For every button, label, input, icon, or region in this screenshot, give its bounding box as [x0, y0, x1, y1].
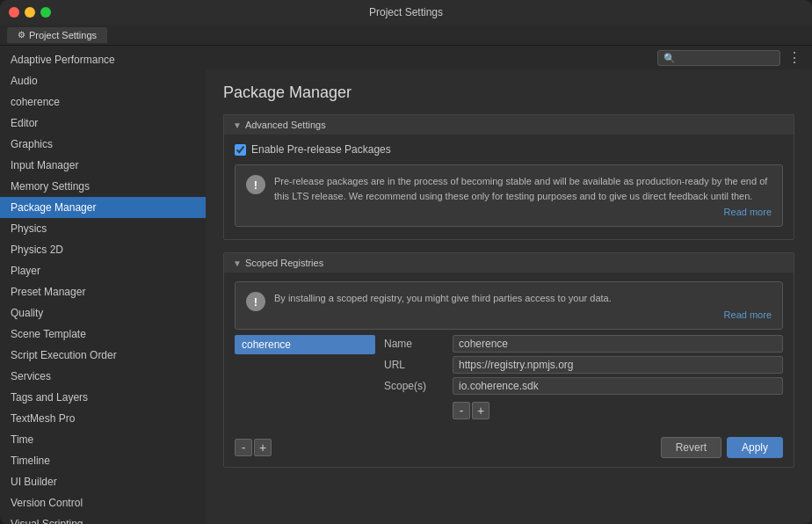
window-controls: [9, 7, 51, 18]
enable-prerelease-label: Enable Pre-release Packages: [251, 143, 391, 156]
scoped-registries-label: Scoped Registries: [245, 258, 323, 268]
warning-icon-2: !: [246, 292, 265, 311]
scopes-label: Scope(s): [384, 377, 446, 395]
scoped-registries-body: ! By installing a scoped registry, you m…: [224, 273, 794, 467]
arrow-icon-2: ▼: [233, 258, 242, 268]
sidebar-item-timeline[interactable]: Timeline: [0, 450, 206, 471]
sidebar-item-adaptive-performance[interactable]: Adaptive Performance: [0, 49, 206, 70]
enable-prerelease-checkbox[interactable]: [235, 144, 246, 156]
advanced-settings-label: Advanced Settings: [245, 120, 326, 130]
scope-pm-buttons: - +: [453, 402, 783, 419]
scoped-warning-text: By installing a scoped registry, you mig…: [274, 293, 612, 303]
sidebar-item-memory-settings[interactable]: Memory Settings: [0, 176, 206, 197]
scoped-warning-box: ! By installing a scoped registry, you m…: [235, 281, 783, 330]
close-button[interactable]: [9, 7, 19, 18]
maximize-button[interactable]: [40, 7, 51, 18]
sidebar-item-time[interactable]: Time: [0, 429, 206, 450]
advanced-settings-header[interactable]: ▼ Advanced Settings: [224, 115, 794, 135]
tab-label: Project Settings: [29, 30, 97, 40]
registry-add-button[interactable]: +: [254, 439, 272, 456]
sidebar-item-textmesh-pro[interactable]: TextMesh Pro: [0, 408, 206, 429]
sidebar-item-preset-manager[interactable]: Preset Manager: [0, 281, 206, 302]
registry-pm-buttons: - +: [235, 439, 272, 456]
sidebar-item-ui-builder[interactable]: UI Builder: [0, 471, 206, 492]
action-buttons: Revert Apply: [661, 437, 783, 458]
scoped-registries-header[interactable]: ▼ Scoped Registries: [224, 253, 794, 273]
registry-remove-button[interactable]: -: [235, 439, 252, 456]
content-area: ⋮ Package Manager ▼ Advanced Settings En…: [206, 46, 812, 524]
url-value: https://registry.npmjs.org: [453, 356, 783, 374]
window-title: Project Settings: [369, 6, 443, 18]
enable-prerelease-row: Enable Pre-release Packages: [235, 143, 783, 156]
bottom-bar: - + Revert Apply: [235, 430, 783, 458]
registry-list: coherence: [235, 335, 375, 419]
sidebar-item-scene-template[interactable]: Scene Template: [0, 324, 206, 345]
more-options-button[interactable]: ⋮: [784, 49, 805, 66]
scoped-read-more[interactable]: Read more: [274, 309, 772, 320]
sidebar-item-graphics[interactable]: Graphics: [0, 134, 206, 155]
sidebar-item-package-manager[interactable]: Package Manager: [0, 197, 206, 218]
sidebar-item-input-manager[interactable]: Input Manager: [0, 155, 206, 176]
advanced-settings-body: Enable Pre-release Packages ! Pre-releas…: [224, 135, 794, 239]
sidebar-item-visual-scripting[interactable]: Visual Scripting: [0, 513, 206, 524]
sidebar-item-tags-and-layers[interactable]: Tags and Layers: [0, 387, 206, 408]
warning-icon: !: [246, 175, 265, 194]
sidebar-item-player[interactable]: Player: [0, 260, 206, 281]
sidebar-item-version-control[interactable]: Version Control: [0, 492, 206, 513]
advanced-warning-box: ! Pre-release packages are in the proces…: [235, 164, 783, 227]
advanced-read-more[interactable]: Read more: [274, 207, 772, 217]
scoped-registries-section: ▼ Scoped Registries ! By installing a sc…: [223, 252, 794, 468]
search-input[interactable]: [657, 50, 780, 66]
sidebar-item-physics-2d[interactable]: Physics 2D: [0, 239, 206, 260]
registry-list-item[interactable]: coherence: [235, 335, 375, 354]
name-value: coherence: [453, 335, 783, 353]
url-label: URL: [384, 356, 446, 374]
sidebar-item-quality[interactable]: Quality: [0, 302, 206, 324]
name-label: Name: [384, 335, 446, 353]
advanced-settings-section: ▼ Advanced Settings Enable Pre-release P…: [223, 114, 794, 240]
page-title: Package Manager: [223, 84, 794, 102]
sidebar-item-editor[interactable]: Editor: [0, 113, 206, 134]
titlebar: Project Settings: [0, 0, 812, 25]
sidebar-item-coherence[interactable]: coherence: [0, 91, 206, 113]
search-bar-container: ⋮: [206, 46, 812, 69]
gear-icon: ⚙: [18, 30, 25, 40]
minimize-button[interactable]: [25, 7, 35, 18]
content-inner: Package Manager ▼ Advanced Settings Enab…: [206, 69, 812, 494]
scope-add-button[interactable]: +: [472, 402, 489, 419]
registry-container: coherence Name coherence URL https://reg…: [235, 335, 783, 419]
sidebar-item-physics[interactable]: Physics: [0, 218, 206, 239]
revert-button[interactable]: Revert: [661, 437, 721, 458]
advanced-warning-text: Pre-release packages are in the process …: [274, 176, 767, 201]
arrow-icon: ▼: [233, 120, 242, 130]
main-layout: Adaptive PerformanceAudiocoherenceEditor…: [0, 46, 812, 524]
scopes-value: io.coherence.sdk: [453, 377, 783, 395]
registry-details: Name coherence URL https://registry.npmj…: [384, 335, 783, 419]
sidebar: Adaptive PerformanceAudiocoherenceEditor…: [0, 46, 206, 524]
sidebar-item-script-execution-order[interactable]: Script Execution Order: [0, 345, 206, 366]
tabbar: ⚙ Project Settings: [0, 25, 812, 46]
sidebar-item-audio[interactable]: Audio: [0, 70, 206, 91]
tab-project-settings[interactable]: ⚙ Project Settings: [7, 27, 107, 43]
sidebar-item-services[interactable]: Services: [0, 366, 206, 387]
apply-button[interactable]: Apply: [727, 437, 783, 458]
scope-remove-button[interactable]: -: [453, 402, 470, 419]
